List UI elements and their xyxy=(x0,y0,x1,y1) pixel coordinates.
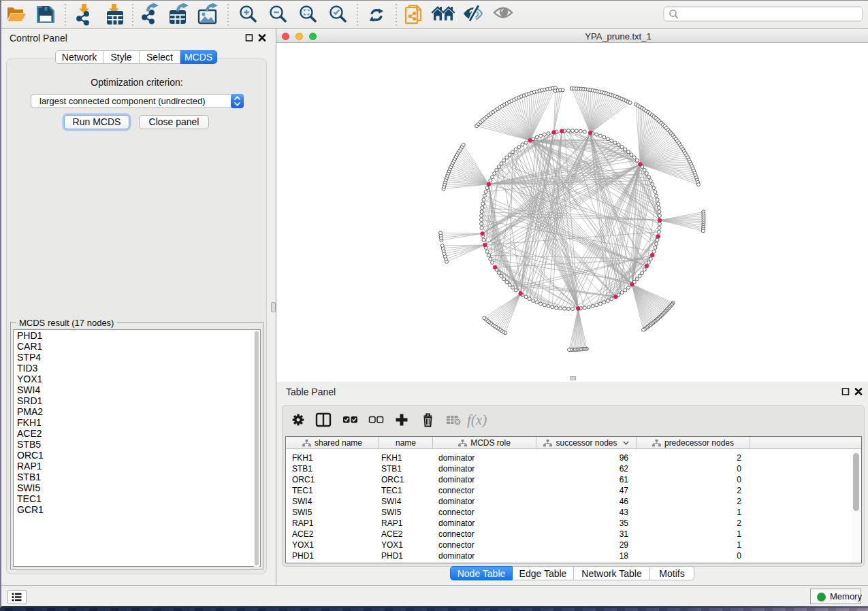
svg-text:f(x): f(x) xyxy=(467,412,487,428)
